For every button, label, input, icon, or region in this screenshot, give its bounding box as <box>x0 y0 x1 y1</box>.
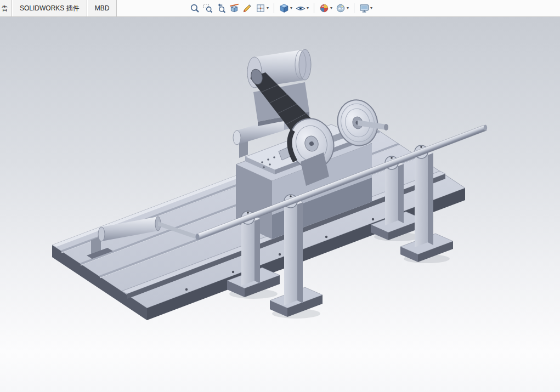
dropdown-arrow-icon[interactable]: ▾ <box>267 6 269 10</box>
dropdown-arrow-icon[interactable]: ▾ <box>290 6 292 10</box>
model-canvas[interactable] <box>0 0 560 392</box>
dropdown-arrow-icon[interactable]: ▾ <box>347 6 349 10</box>
appearance-ball-icon <box>319 3 329 13</box>
hide-show-items-button[interactable]: ▾ <box>295 2 310 14</box>
dropdown-arrow-icon[interactable]: ▾ <box>307 6 309 10</box>
display-style-cube-icon <box>279 3 289 13</box>
previous-view-button[interactable] <box>215 2 227 14</box>
top-strip: 告 SOLIDWORKS 插件 MBD <box>0 0 560 17</box>
monitor-icon <box>359 3 369 13</box>
command-manager-tabs: 告 SOLIDWORKS 插件 MBD <box>0 0 117 16</box>
previous-view-icon <box>216 3 226 13</box>
view-settings-button[interactable]: ▾ <box>358 2 374 14</box>
tab-mbd[interactable]: MBD <box>87 0 117 16</box>
section-view-button[interactable] <box>228 2 240 14</box>
dropdown-arrow-icon[interactable]: ▾ <box>330 6 332 10</box>
eye-icon <box>296 3 306 13</box>
shaft-coupling[interactable] <box>384 124 388 130</box>
tab-solidworks-addins[interactable]: SOLIDWORKS 插件 <box>12 0 87 16</box>
heads-up-view-toolbar: ▾ ▾ ▾ <box>189 0 374 16</box>
application-window: 告 SOLIDWORKS 插件 MBD <box>0 0 560 392</box>
annotation-pencil-icon <box>242 3 252 13</box>
zoom-to-fit-icon <box>190 3 200 13</box>
view-orientation-icon <box>256 3 265 13</box>
display-style-button[interactable]: ▾ <box>278 2 293 14</box>
tab-partial[interactable]: 告 <box>0 0 12 16</box>
section-view-icon <box>229 3 239 13</box>
zoom-to-area-icon <box>203 3 213 13</box>
view-orientation-button[interactable]: ▾ <box>254 2 270 14</box>
zoom-to-fit-button[interactable] <box>189 2 201 14</box>
toolbar-separator <box>274 3 274 13</box>
apply-scene-button[interactable]: ▾ <box>335 2 350 14</box>
zoom-to-area-button[interactable] <box>202 2 214 14</box>
dynamic-annotation-views-button[interactable] <box>241 2 253 14</box>
dropdown-arrow-icon[interactable]: ▾ <box>370 6 372 10</box>
toolbar-separator <box>314 3 314 13</box>
toolbar-separator <box>354 3 354 13</box>
edit-appearance-button[interactable]: ▾ <box>318 2 333 14</box>
scene-ball-icon <box>336 3 346 13</box>
